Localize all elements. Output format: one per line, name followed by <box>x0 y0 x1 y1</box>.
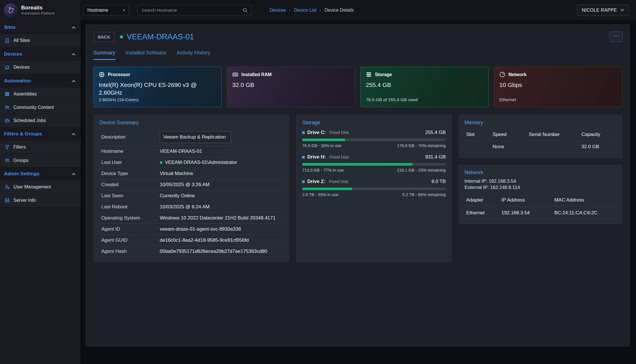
processor-card: Processor Intel(R) Xeon(R) CPU E5-2690 v… <box>93 67 222 107</box>
network-icon <box>499 72 505 78</box>
drive-remaining: 5.2 TB - 65% remaining <box>402 192 446 197</box>
section-label: Admin Settings <box>4 171 40 177</box>
stat-cards: Processor Intel(R) Xeon(R) CPU E5-2690 v… <box>93 67 622 107</box>
sidebar-section-automation[interactable]: Automation <box>0 74 81 88</box>
device-summary-title: Device Summary <box>100 120 283 126</box>
card-title: Processor <box>108 72 130 77</box>
network-table-header: Adapter IP Address MAC Address <box>465 194 616 206</box>
description-input[interactable] <box>160 131 231 143</box>
online-status-dot <box>120 35 123 38</box>
breadcrumb: Devices › Device List › Device Details <box>270 8 354 13</box>
sidebar: Borealis Automation Platform Sites All S… <box>0 0 81 364</box>
storage-card: Storage 255.4 GB 76.5 GB of 255.4 GB use… <box>360 67 489 107</box>
building-icon <box>5 38 10 43</box>
network-value: 10 Gbps <box>499 81 617 89</box>
more-options-button[interactable]: ⋯ <box>610 32 622 42</box>
drive-bullet-icon <box>302 131 305 134</box>
memory-serial <box>529 144 582 150</box>
sidebar-item-label: Filters <box>13 145 26 150</box>
processor-value: Intel(R) Xeon(R) CPU E5-2690 v3 @ 2.60GH… <box>99 81 216 97</box>
memory-title: Memory <box>465 120 616 126</box>
network-panel: Network Internal IP: 192.168.3.54 Extern… <box>458 164 622 224</box>
ram-value: 32.0 GB <box>232 81 350 89</box>
summary-row-agent-guid: Agent GUID de16c0c1-8aa2-4d18-9585-9ce91… <box>100 235 283 246</box>
sidebar-section-admin-settings[interactable]: Admin Settings <box>0 167 81 180</box>
drive-c: Drive C: Fixed Disk 255.4 GB 76.5 GB - 3… <box>302 130 446 148</box>
sidebar-item-groups[interactable]: Groups <box>0 154 81 167</box>
ram-icon <box>232 72 238 78</box>
search-input[interactable] <box>141 7 243 13</box>
sidebar-item-scheduled-jobs[interactable]: Scheduled Jobs <box>0 114 81 127</box>
grid-icon <box>5 91 10 97</box>
sidebar-item-label: User Management <box>13 184 51 190</box>
storage-value: 255.4 GB <box>366 81 483 89</box>
brand-name: Borealis <box>21 5 55 11</box>
drive-used: 76.5 GB - 30% in use <box>302 143 342 148</box>
sidebar-section-filters-groups[interactable]: Filters & Groups <box>0 127 81 141</box>
sidebar-item-label: Server Info <box>13 198 36 203</box>
card-title: Storage <box>375 72 392 77</box>
summary-row-hostname: Hostname VEEAM-DRAAS-01 <box>100 146 283 157</box>
network-mac: BC:24:11:CA:C6:2C <box>554 210 614 216</box>
memory-speed: None <box>492 144 529 150</box>
network-card: Network 10 Gbps Ethernet <box>494 67 622 107</box>
back-button[interactable]: BACK <box>93 32 115 42</box>
drive-used: 2.8 TB - 35% in use <box>302 192 338 197</box>
sidebar-item-filters[interactable]: Filters <box>0 141 81 154</box>
summary-row-agent-id: Agent ID veeam-draas-01-agent-svc-8930a3… <box>100 224 283 235</box>
sidebar-section-devices[interactable]: Devices <box>0 47 81 61</box>
network-adapter: Ethernet <box>466 210 502 216</box>
sidebar-item-server-info[interactable]: Server Info <box>0 194 81 207</box>
memory-panel: Memory Slot Speed Serial Number Capacity… <box>458 115 622 158</box>
user-menu-button[interactable]: NICOLE RAPPE <box>577 5 629 16</box>
sidebar-item-label: Groups <box>13 158 28 163</box>
sidebar-section-sites[interactable]: Sites <box>0 20 81 34</box>
breadcrumb-separator: › <box>320 8 321 13</box>
memory-slot <box>466 144 492 150</box>
server-icon <box>5 198 10 203</box>
search-box <box>137 5 251 15</box>
drive-bullet-icon <box>302 180 305 183</box>
laptop-icon <box>5 65 10 70</box>
network-ip: 192.168.3.54 <box>502 210 554 216</box>
hostname-filter-select[interactable]: Hostname ▾ <box>84 5 129 15</box>
breadcrumb-device-details: Device Details <box>325 8 354 13</box>
drive-used: 713.3 GB - 77% in use <box>302 168 344 172</box>
topbar: Hostname ▾ Devices › Device List › Devic… <box>81 0 636 20</box>
chevron-up-icon <box>72 53 76 56</box>
card-title: Installed RAM <box>241 72 272 77</box>
breadcrumb-separator: › <box>289 8 291 13</box>
sidebar-item-community-content[interactable]: Community Content <box>0 101 81 114</box>
users-icon <box>5 105 10 110</box>
drive-remaining: 178.8 GB - 70% remaining <box>397 143 446 148</box>
storage-title: Storage <box>302 120 446 126</box>
hostname-filter-value: Hostname <box>87 8 108 13</box>
tab-installed-software[interactable]: Installed Software <box>126 50 166 60</box>
sidebar-item-label: Assemblies <box>13 91 37 97</box>
sidebar-item-label: Community Content <box>13 105 54 110</box>
memory-table-row: None 32.0 GB <box>465 141 616 153</box>
search-icon[interactable] <box>243 8 248 13</box>
breadcrumb-devices[interactable]: Devices <box>270 8 286 13</box>
sidebar-item-label: All Sites <box>13 38 30 43</box>
sidebar-item-user-management[interactable]: User Management <box>0 180 81 194</box>
sidebar-item-all-sites[interactable]: All Sites <box>0 34 81 47</box>
tab-summary[interactable]: Summary <box>93 50 115 60</box>
chevron-up-icon <box>72 26 76 29</box>
briefcase-icon <box>5 118 10 123</box>
drive-z: Drive Z: Fixed Disk 8.0 TB 2.8 TB - 35% … <box>302 179 446 197</box>
tab-activity-history[interactable]: Activity History <box>177 50 210 60</box>
summary-row-description: Description <box>100 129 283 146</box>
tabs: Summary Installed Software Activity Hist… <box>93 50 622 60</box>
chevron-up-icon <box>72 80 76 82</box>
chevron-down-icon: ▾ <box>123 8 125 12</box>
sidebar-item-assemblies[interactable]: Assemblies <box>0 88 81 101</box>
summary-row-last-reboot: Last Reboot 10/03/2025 @ 6:24 AM <box>100 202 283 213</box>
sidebar-item-devices[interactable]: Devices <box>0 61 81 74</box>
summary-row-last-user: Last User VEEAM-DRAAS-01\Administrator <box>100 157 283 168</box>
breadcrumb-device-list[interactable]: Device List <box>294 8 316 13</box>
sidebar-item-label: Devices <box>13 65 30 70</box>
drive-usage-bar <box>302 163 446 166</box>
user-gear-icon <box>5 184 10 190</box>
users-icon <box>5 158 10 163</box>
